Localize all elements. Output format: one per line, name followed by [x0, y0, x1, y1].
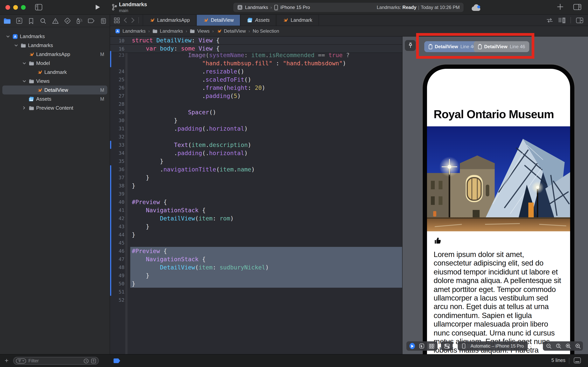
- zoom-100-icon[interactable]: [556, 343, 562, 349]
- sidebar-item-assets[interactable]: AssetsM: [2, 94, 107, 103]
- code-line[interactable]: 36 .navigationTitle(item.name): [110, 165, 402, 173]
- breadcrumb-item[interactable]: DetailView: [216, 28, 246, 34]
- code-line[interactable]: 44}: [110, 231, 402, 239]
- code-line[interactable]: 37 }: [110, 173, 402, 182]
- editor-mode-icon[interactable]: [574, 357, 581, 364]
- sidebar-item-preview-content[interactable]: Preview Content: [2, 103, 107, 112]
- code-line[interactable]: 30 }: [110, 116, 402, 125]
- zoom-in-icon[interactable]: [575, 343, 581, 349]
- tests-icon[interactable]: [63, 17, 71, 25]
- code-line[interactable]: "hand.thumbsup.fill" : "hand.thumbsdown"…: [110, 59, 402, 67]
- pin-preview-button[interactable]: [405, 40, 416, 51]
- code-line[interactable]: 31 .padding(.horizontal): [110, 125, 402, 133]
- code-line[interactable]: 42 DetailView(item: rom): [110, 214, 402, 222]
- breadcrumb-item[interactable]: No Selection: [252, 28, 279, 34]
- filter-field[interactable]: Filter: [13, 357, 99, 365]
- run-button[interactable]: [95, 4, 100, 10]
- code-line[interactable]: 51: [110, 288, 402, 296]
- minimize-window-button[interactable]: [13, 5, 18, 10]
- source-editor[interactable]: 23 Image(systemName: item.isRecommended …: [110, 37, 402, 354]
- project-navigator-icon[interactable]: [3, 17, 11, 25]
- code-line[interactable]: 52: [110, 296, 402, 304]
- live-preview-icon[interactable]: [410, 343, 415, 349]
- swift-icon: [149, 17, 155, 23]
- issues-icon[interactable]: [51, 17, 59, 25]
- reports-icon[interactable]: [100, 17, 107, 25]
- zoom-window-button[interactable]: [21, 5, 26, 10]
- tab-detailview[interactable]: DetailView: [196, 15, 240, 26]
- code-line[interactable]: 47 NavigationStack {: [110, 255, 402, 263]
- code-line[interactable]: 48 DetailView(item: sudburyNickel): [110, 263, 402, 271]
- scheme-selector[interactable]: Landmarks › iPhone 15 Pro Landmarks: Rea…: [233, 3, 463, 12]
- preview-device-selector[interactable]: Automatic – iPhone 15 Pro: [458, 341, 528, 351]
- code-line[interactable]: 24 .resizable(): [110, 67, 402, 75]
- sticky-code-line[interactable]: 10struct DetailView: View {: [110, 37, 402, 45]
- code-line[interactable]: 27 .padding(5): [110, 92, 402, 100]
- code-line[interactable]: 40#Preview {: [110, 198, 402, 206]
- run-destination[interactable]: iPhone 15 Pro: [280, 5, 310, 10]
- add-filter-icon[interactable]: +: [5, 357, 8, 365]
- source-control-icon[interactable]: [15, 17, 23, 25]
- back-icon[interactable]: [124, 17, 127, 23]
- breakpoints-icon[interactable]: [87, 17, 95, 25]
- zoom-fit-icon[interactable]: [565, 343, 571, 349]
- recent-files-icon[interactable]: [84, 358, 89, 363]
- adjust-editor-icon[interactable]: [546, 18, 553, 23]
- sidebar-item-model[interactable]: Model: [2, 59, 107, 68]
- find-icon[interactable]: [39, 17, 47, 25]
- code-line[interactable]: 28: [110, 100, 402, 108]
- breakpoint-tag-icon[interactable]: [114, 359, 120, 363]
- minimap-icon[interactable]: [558, 17, 565, 23]
- code-line[interactable]: 45: [110, 239, 402, 247]
- disclosure-chevron-icon[interactable]: [5, 34, 10, 39]
- forward-icon[interactable]: [131, 17, 134, 23]
- code-line[interactable]: 29 Spacer(): [110, 108, 402, 116]
- variants-preview-icon[interactable]: [428, 343, 434, 349]
- add-tab-icon[interactable]: [557, 3, 563, 10]
- tab-assets[interactable]: Assets: [240, 15, 276, 26]
- tab-landmark[interactable]: Landmark: [276, 15, 319, 26]
- sidebar-item-landmark[interactable]: Landmark: [2, 68, 107, 77]
- code-line[interactable]: 32: [110, 133, 402, 141]
- toggle-right-sidebar-icon[interactable]: [573, 4, 581, 10]
- code-line[interactable]: 50}: [110, 280, 402, 288]
- disclosure-chevron-icon[interactable]: [22, 106, 26, 110]
- toggle-left-sidebar-icon[interactable]: [35, 4, 42, 10]
- sccm-status-icon[interactable]: [91, 358, 96, 363]
- code-line[interactable]: 33 Text(item.description): [110, 141, 402, 149]
- code-line[interactable]: 35 }: [110, 157, 402, 165]
- sticky-code-line[interactable]: 16 var body: some View {: [110, 45, 402, 53]
- disclosure-chevron-icon[interactable]: [22, 61, 26, 66]
- code-line[interactable]: 49 }: [110, 271, 402, 280]
- device-settings-icon[interactable]: [444, 343, 450, 349]
- code-line[interactable]: 25 .scaledToFit(): [110, 75, 402, 83]
- code-line[interactable]: 26 .frame(height: 20): [110, 83, 402, 92]
- code-line[interactable]: 43 }: [110, 222, 402, 231]
- breadcrumb-item[interactable]: Landmarks: [115, 28, 146, 34]
- split-editor-icon[interactable]: [576, 17, 583, 23]
- debug-icon[interactable]: [76, 17, 83, 25]
- sidebar-item-detailview[interactable]: DetailViewM: [2, 85, 107, 94]
- selectable-preview-icon[interactable]: [419, 343, 425, 349]
- sidebar-item-views[interactable]: Views: [2, 77, 107, 85]
- code-line[interactable]: 39: [110, 190, 402, 198]
- tab-overview-icon[interactable]: [114, 17, 120, 23]
- tab-landmarksapp[interactable]: LandmarksApp: [143, 15, 196, 26]
- filter-options-icon[interactable]: [16, 358, 26, 363]
- bookmarks-icon[interactable]: [27, 17, 35, 25]
- close-window-button[interactable]: [5, 5, 10, 10]
- disclosure-chevron-icon[interactable]: [22, 79, 26, 83]
- sidebar-item-landmarksapp[interactable]: LandmarksAppM: [2, 50, 107, 59]
- code-line[interactable]: 46#Preview {: [110, 247, 402, 255]
- scheme-name[interactable]: Landmarks: [245, 5, 268, 10]
- sidebar-item-landmarks[interactable]: Landmarks: [2, 32, 107, 41]
- iphone-screen[interactable]: Royal Ontario Museum: [427, 69, 570, 354]
- sidebar-item-landmarks[interactable]: Landmarks: [2, 41, 107, 50]
- code-line[interactable]: 34 .padding(.horizontal): [110, 149, 402, 157]
- breadcrumb-item[interactable]: Landmarks: [152, 28, 183, 34]
- disclosure-chevron-icon[interactable]: [14, 43, 18, 48]
- code-line[interactable]: 38}: [110, 182, 402, 190]
- zoom-out-icon[interactable]: [546, 343, 552, 349]
- code-line[interactable]: 41 NavigationStack {: [110, 206, 402, 214]
- breadcrumb-item[interactable]: Views: [190, 28, 210, 34]
